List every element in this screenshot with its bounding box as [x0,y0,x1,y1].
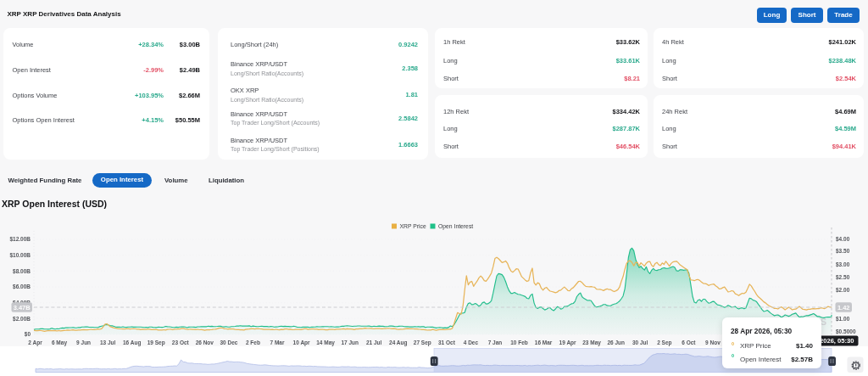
svg-text:$12.00B: $12.00B [9,236,31,243]
svg-text:4 Dec: 4 Dec [464,340,479,345]
svg-text:$1.00: $1.00 [836,316,850,323]
svg-text:$10.00B: $10.00B [9,252,31,259]
svg-text:10 Feb: 10 Feb [510,340,528,345]
svg-text:$4.00: $4.00 [836,236,850,243]
svg-text:17 Jun: 17 Jun [341,340,359,345]
svg-text:7 Jan: 7 Jan [488,340,503,345]
svg-text:30 Dec: 30 Dec [220,340,237,345]
svg-text:XRP Price: XRP Price [400,223,426,229]
svg-text:$2.00: $2.00 [836,287,850,294]
svg-text:23 May: 23 May [582,340,601,346]
svg-text:10 Apr: 10 Apr [293,340,310,346]
svg-text:6 Oct: 6 Oct [682,340,696,345]
svg-text:1.42: 1.42 [837,304,850,311]
svg-text:31 Oct: 31 Oct [438,340,456,345]
svg-text:2 Sep: 2 Sep [657,340,671,346]
svg-text:$3.00: $3.00 [836,261,850,268]
svg-text:$0: $0 [25,331,31,338]
svg-text:7 Mar: 7 Mar [270,340,285,345]
svg-text:21 Jul: 21 Jul [366,340,382,345]
svg-text:30 Jul: 30 Jul [632,340,648,345]
svg-text:$2.00B: $2.00B [13,316,31,323]
svg-text:9 Jun: 9 Jun [76,340,91,345]
svg-text:$8.00B: $8.00B [13,268,31,275]
svg-text:16 Mar: 16 Mar [535,340,553,345]
svg-text:26 Jun: 26 Jun [607,340,625,345]
svg-text:$2.50: $2.50 [836,274,850,281]
svg-text:Open Interest: Open Interest [438,223,473,230]
svg-text:19 Sep: 19 Sep [147,340,165,346]
svg-text:$6.00B: $6.00B [13,283,31,290]
svg-text:$3.50: $3.50 [836,248,850,255]
svg-text:24 Aug: 24 Aug [389,340,407,346]
svg-text:16 Aug: 16 Aug [123,340,141,346]
svg-text:13 Jul: 13 Jul [100,340,116,345]
svg-text:9 Nov: 9 Nov [705,340,721,345]
svg-text:19 Apr: 19 Apr [559,340,576,346]
svg-text:26 Nov: 26 Nov [196,340,214,345]
svg-text:6 May: 6 May [52,340,67,346]
svg-text:3.47B: 3.47B [14,304,31,311]
svg-text:2 Apr: 2 Apr [28,340,42,346]
svg-text:23 Oct: 23 Oct [172,340,190,345]
svg-text:$0.5000: $0.5000 [836,328,856,335]
svg-text:2 Feb: 2 Feb [246,340,260,345]
svg-text:27 Sep: 27 Sep [414,340,431,346]
svg-text:14 May: 14 May [316,340,335,346]
